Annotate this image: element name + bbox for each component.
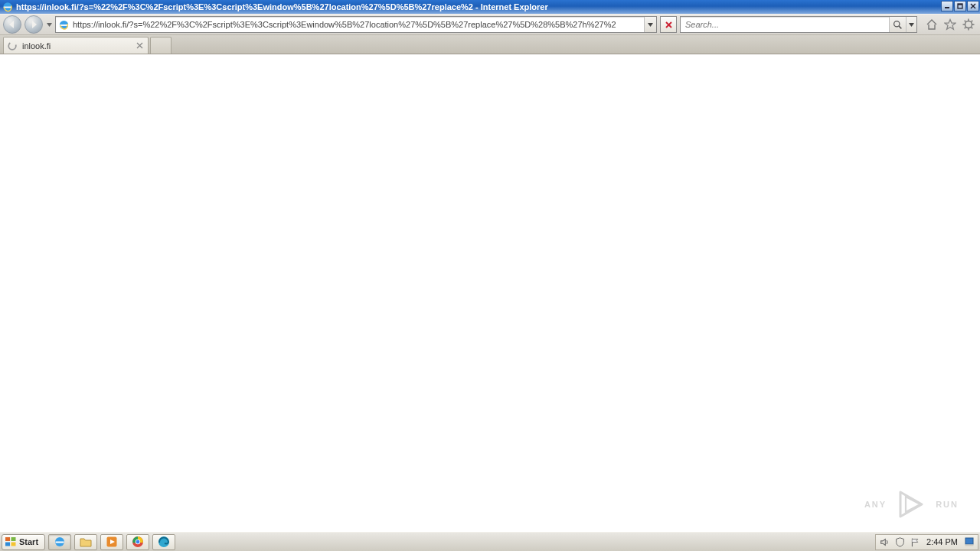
search-go-button[interactable] [889,17,906,32]
taskbar-app-chrome[interactable] [126,534,149,550]
taskbar-app-explorer[interactable] [74,534,97,550]
svg-rect-31 [11,537,16,541]
watermark-left: ANY [864,500,887,509]
browser-tab[interactable]: inlook.fi [3,37,149,54]
loading-spinner-icon [7,41,18,51]
forward-button[interactable] [24,15,43,34]
site-identity-icon[interactable] [56,19,71,31]
system-tray: 2:44 PM [875,534,978,550]
url-input[interactable] [71,17,644,32]
svg-marker-10 [648,23,653,27]
anyrun-watermark: ANY RUN [864,491,959,518]
tab-title: inlook.fi [22,41,134,51]
windows-logo-icon [5,536,17,548]
flag-icon[interactable] [910,536,920,547]
watermark-right: RUN [936,500,959,509]
back-button[interactable] [3,15,21,34]
windows-taskbar: Start 2:44 PM [0,532,980,551]
svg-rect-33 [11,543,16,546]
close-button[interactable] [967,1,979,11]
ie-logo-icon [2,1,14,13]
svg-marker-15 [909,23,914,27]
start-button[interactable]: Start [2,534,45,550]
tray-clock[interactable]: 2:44 PM [925,537,959,546]
search-input[interactable] [681,17,889,32]
tab-strip: inlook.fi [0,35,980,54]
tab-close-button[interactable] [134,42,145,49]
page-content: ANY RUN [0,54,980,532]
svg-marker-7 [47,23,52,27]
minimize-button[interactable] [941,1,953,11]
start-label: Start [19,537,38,546]
svg-point-16 [965,21,972,28]
stop-button[interactable] [660,16,677,33]
new-tab-button[interactable] [150,37,172,54]
svg-line-14 [899,26,901,28]
svg-line-22 [972,28,973,29]
svg-rect-30 [5,537,10,541]
svg-rect-43 [965,545,974,546]
maximize-button[interactable] [954,1,966,11]
show-desktop-icon[interactable] [964,536,975,547]
tools-icon[interactable] [962,18,975,31]
taskbar-app-edge[interactable] [152,534,175,550]
taskbar-app-ie[interactable] [48,534,71,550]
address-dropdown[interactable] [644,17,656,32]
window-controls [941,0,980,14]
address-bar [55,16,657,33]
window-titlebar: https://inlook.fi/?s=%22%2F%3C%2Fscript%… [0,0,980,14]
svg-point-25 [8,42,16,50]
shield-icon[interactable] [894,536,905,547]
toolbar-shortcuts [925,18,975,31]
sound-icon[interactable] [879,536,890,547]
svg-line-21 [965,21,966,22]
svg-point-13 [894,21,900,26]
window-title: https://inlook.fi/?s=%22%2F%3C%2Fscript%… [16,2,941,11]
svg-point-39 [136,540,140,544]
taskbar-app-media[interactable] [100,534,123,550]
history-dropdown[interactable] [46,23,52,27]
play-icon [897,491,925,518]
home-icon[interactable] [925,18,939,31]
svg-line-23 [972,21,973,22]
favorites-icon[interactable] [943,18,957,31]
svg-rect-42 [965,538,973,544]
svg-line-24 [965,28,966,29]
browser-toolbar [0,14,980,35]
svg-rect-32 [5,543,10,546]
search-provider-dropdown[interactable] [906,17,916,32]
search-box [680,16,917,33]
